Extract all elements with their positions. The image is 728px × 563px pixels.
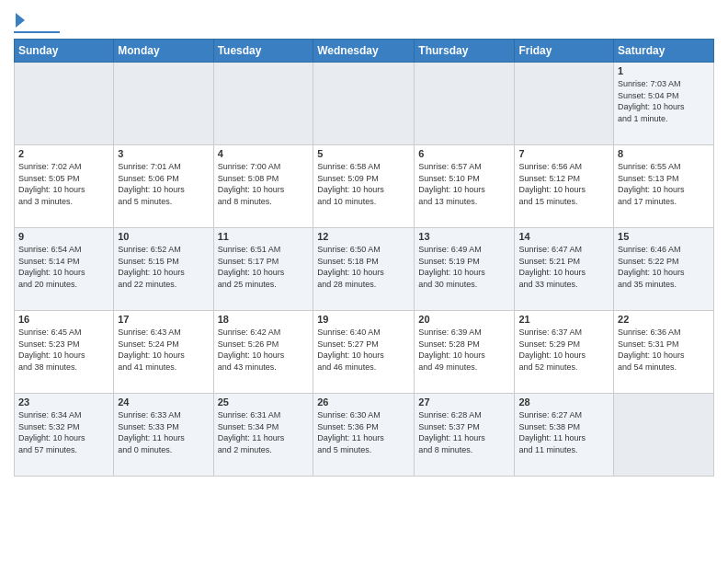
day-number: 19 [317, 314, 410, 325]
calendar-day-cell: 19Sunrise: 6:40 AM Sunset: 5:27 PM Dayli… [313, 311, 415, 394]
day-info: Sunrise: 7:01 AM Sunset: 5:06 PM Dayligh… [118, 161, 209, 207]
day-number: 24 [118, 396, 209, 408]
day-info: Sunrise: 6:58 AM Sunset: 5:09 PM Dayligh… [317, 161, 410, 207]
day-info: Sunrise: 7:02 AM Sunset: 5:05 PM Dayligh… [18, 161, 109, 207]
day-number: 20 [418, 314, 510, 325]
day-number: 16 [18, 314, 109, 325]
day-number: 10 [118, 231, 209, 242]
day-info: Sunrise: 6:34 AM Sunset: 5:32 PM Dayligh… [18, 409, 109, 455]
day-info: Sunrise: 6:45 AM Sunset: 5:23 PM Dayligh… [18, 327, 109, 373]
calendar-day-cell [614, 394, 714, 477]
calendar-day-cell: 11Sunrise: 6:51 AM Sunset: 5:17 PM Dayli… [213, 228, 313, 311]
calendar-day-cell: 20Sunrise: 6:39 AM Sunset: 5:28 PM Dayli… [415, 311, 515, 394]
calendar-day-cell: 2Sunrise: 7:02 AM Sunset: 5:05 PM Daylig… [15, 145, 114, 228]
calendar-day-cell: 3Sunrise: 7:01 AM Sunset: 5:06 PM Daylig… [114, 145, 213, 228]
calendar-week-row: 16Sunrise: 6:45 AM Sunset: 5:23 PM Dayli… [15, 311, 714, 394]
day-number: 7 [518, 148, 609, 159]
day-info: Sunrise: 6:42 AM Sunset: 5:26 PM Dayligh… [218, 327, 310, 373]
calendar-day-cell: 6Sunrise: 6:57 AM Sunset: 5:10 PM Daylig… [415, 145, 515, 228]
day-info: Sunrise: 6:27 AM Sunset: 5:38 PM Dayligh… [518, 409, 609, 455]
day-info: Sunrise: 6:55 AM Sunset: 5:13 PM Dayligh… [618, 161, 710, 207]
day-number: 12 [317, 231, 410, 242]
calendar-header-row: SundayMondayTuesdayWednesdayThursdayFrid… [15, 40, 714, 63]
day-number: 15 [618, 231, 710, 242]
day-info: Sunrise: 7:03 AM Sunset: 5:04 PM Dayligh… [618, 78, 710, 124]
calendar-day-cell: 22Sunrise: 6:36 AM Sunset: 5:31 PM Dayli… [614, 311, 714, 394]
day-number: 18 [218, 314, 310, 325]
day-info: Sunrise: 6:57 AM Sunset: 5:10 PM Dayligh… [418, 161, 510, 207]
calendar-day-cell: 25Sunrise: 6:31 AM Sunset: 5:34 PM Dayli… [213, 394, 313, 477]
day-info: Sunrise: 6:56 AM Sunset: 5:12 PM Dayligh… [518, 161, 609, 207]
column-header-saturday: Saturday [614, 40, 714, 63]
column-header-sunday: Sunday [15, 40, 114, 63]
day-number: 27 [418, 396, 510, 408]
calendar-day-cell: 18Sunrise: 6:42 AM Sunset: 5:26 PM Dayli… [213, 311, 313, 394]
day-info: Sunrise: 6:28 AM Sunset: 5:37 PM Dayligh… [418, 409, 510, 455]
day-info: Sunrise: 6:30 AM Sunset: 5:36 PM Dayligh… [317, 409, 410, 455]
day-info: Sunrise: 6:47 AM Sunset: 5:21 PM Dayligh… [518, 244, 609, 290]
day-number: 6 [418, 148, 510, 159]
calendar-day-cell: 5Sunrise: 6:58 AM Sunset: 5:09 PM Daylig… [313, 145, 415, 228]
logo-arrow-icon [16, 13, 25, 28]
calendar-day-cell [213, 63, 313, 145]
calendar-day-cell: 26Sunrise: 6:30 AM Sunset: 5:36 PM Dayli… [313, 394, 415, 477]
calendar-day-cell: 23Sunrise: 6:34 AM Sunset: 5:32 PM Dayli… [15, 394, 114, 477]
column-header-wednesday: Wednesday [313, 40, 415, 63]
day-number: 23 [18, 396, 109, 408]
day-number: 28 [518, 396, 609, 408]
day-number: 22 [618, 314, 710, 325]
day-number: 8 [618, 148, 710, 159]
day-info: Sunrise: 6:49 AM Sunset: 5:19 PM Dayligh… [418, 244, 510, 290]
day-info: Sunrise: 6:33 AM Sunset: 5:33 PM Dayligh… [118, 409, 209, 455]
calendar-day-cell: 17Sunrise: 6:43 AM Sunset: 5:24 PM Dayli… [114, 311, 213, 394]
day-number: 26 [317, 396, 410, 408]
logo [14, 9, 60, 33]
day-number: 13 [418, 231, 510, 242]
day-info: Sunrise: 6:31 AM Sunset: 5:34 PM Dayligh… [218, 409, 310, 455]
calendar-day-cell: 21Sunrise: 6:37 AM Sunset: 5:29 PM Dayli… [515, 311, 614, 394]
column-header-monday: Monday [114, 40, 213, 63]
day-number: 4 [218, 148, 310, 159]
calendar-table: SundayMondayTuesdayWednesdayThursdayFrid… [14, 39, 714, 477]
calendar-day-cell: 4Sunrise: 7:00 AM Sunset: 5:08 PM Daylig… [213, 145, 313, 228]
calendar-week-row: 2Sunrise: 7:02 AM Sunset: 5:05 PM Daylig… [15, 145, 714, 228]
day-number: 14 [518, 231, 609, 242]
day-info: Sunrise: 6:43 AM Sunset: 5:24 PM Dayligh… [118, 327, 209, 373]
calendar-day-cell [515, 63, 614, 145]
calendar-day-cell: 14Sunrise: 6:47 AM Sunset: 5:21 PM Dayli… [515, 228, 614, 311]
day-info: Sunrise: 6:36 AM Sunset: 5:31 PM Dayligh… [618, 327, 710, 373]
column-header-tuesday: Tuesday [213, 40, 313, 63]
calendar-day-cell: 28Sunrise: 6:27 AM Sunset: 5:38 PM Dayli… [515, 394, 614, 477]
logo-underline [14, 31, 60, 33]
day-info: Sunrise: 6:51 AM Sunset: 5:17 PM Dayligh… [218, 244, 310, 290]
day-info: Sunrise: 6:39 AM Sunset: 5:28 PM Dayligh… [418, 327, 510, 373]
day-info: Sunrise: 6:52 AM Sunset: 5:15 PM Dayligh… [118, 244, 209, 290]
calendar-day-cell: 15Sunrise: 6:46 AM Sunset: 5:22 PM Dayli… [614, 228, 714, 311]
day-number: 17 [118, 314, 209, 325]
calendar-day-cell [114, 63, 213, 145]
calendar-day-cell [415, 63, 515, 145]
day-info: Sunrise: 6:54 AM Sunset: 5:14 PM Dayligh… [18, 244, 109, 290]
day-number: 9 [18, 231, 109, 242]
calendar-week-row: 1Sunrise: 7:03 AM Sunset: 5:04 PM Daylig… [15, 63, 714, 145]
day-number: 25 [218, 396, 310, 408]
calendar-day-cell: 12Sunrise: 6:50 AM Sunset: 5:18 PM Dayli… [313, 228, 415, 311]
day-number: 1 [618, 65, 710, 76]
day-info: Sunrise: 6:46 AM Sunset: 5:22 PM Dayligh… [618, 244, 710, 290]
day-info: Sunrise: 7:00 AM Sunset: 5:08 PM Dayligh… [218, 161, 310, 207]
day-number: 21 [518, 314, 609, 325]
day-info: Sunrise: 6:40 AM Sunset: 5:27 PM Dayligh… [317, 327, 410, 373]
column-header-thursday: Thursday [415, 40, 515, 63]
calendar-day-cell: 13Sunrise: 6:49 AM Sunset: 5:19 PM Dayli… [415, 228, 515, 311]
calendar-week-row: 23Sunrise: 6:34 AM Sunset: 5:32 PM Dayli… [15, 394, 714, 477]
page-header [14, 9, 714, 33]
calendar-day-cell: 24Sunrise: 6:33 AM Sunset: 5:33 PM Dayli… [114, 394, 213, 477]
calendar-day-cell [313, 63, 415, 145]
calendar-day-cell: 27Sunrise: 6:28 AM Sunset: 5:37 PM Dayli… [415, 394, 515, 477]
calendar-day-cell: 8Sunrise: 6:55 AM Sunset: 5:13 PM Daylig… [614, 145, 714, 228]
calendar-week-row: 9Sunrise: 6:54 AM Sunset: 5:14 PM Daylig… [15, 228, 714, 311]
calendar-day-cell: 7Sunrise: 6:56 AM Sunset: 5:12 PM Daylig… [515, 145, 614, 228]
calendar-day-cell: 9Sunrise: 6:54 AM Sunset: 5:14 PM Daylig… [15, 228, 114, 311]
day-number: 2 [18, 148, 109, 159]
day-number: 11 [218, 231, 310, 242]
